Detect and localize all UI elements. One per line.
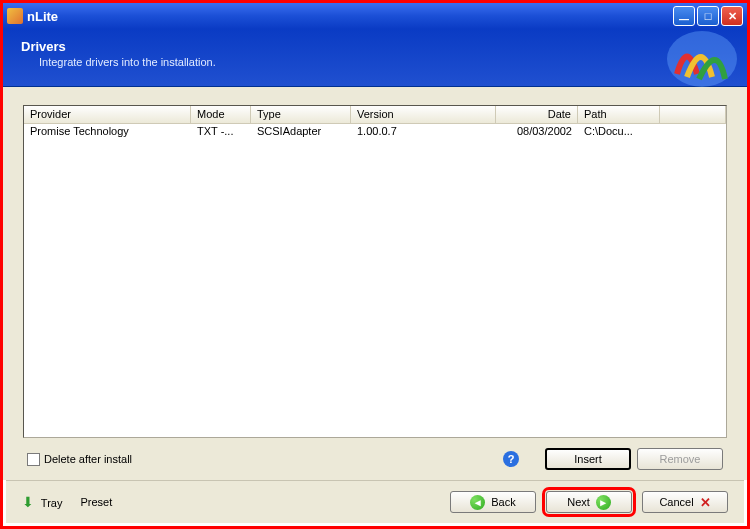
titlebar: nLite bbox=[3, 3, 747, 29]
next-button[interactable]: Next ► bbox=[546, 491, 632, 513]
help-icon[interactable]: ? bbox=[503, 451, 519, 467]
insert-button[interactable]: Insert bbox=[545, 448, 631, 470]
cell-provider: Promise Technology bbox=[24, 124, 191, 140]
checkbox-icon bbox=[27, 453, 40, 466]
table-row[interactable]: Promise Technology TXT -... SCSIAdapter … bbox=[24, 124, 726, 140]
next-label: Next bbox=[567, 496, 590, 508]
tray-label: Tray bbox=[41, 497, 63, 509]
col-spacer bbox=[660, 106, 726, 123]
close-button[interactable] bbox=[721, 6, 743, 26]
col-mode[interactable]: Mode bbox=[191, 106, 251, 123]
col-version[interactable]: Version bbox=[351, 106, 496, 123]
window-controls bbox=[673, 6, 743, 26]
content-area: Provider Mode Type Version Date Path Pro… bbox=[3, 87, 747, 480]
remove-button: Remove bbox=[637, 448, 723, 470]
tray-icon: ⬇ bbox=[22, 494, 34, 510]
delete-after-install-checkbox[interactable]: Delete after install bbox=[27, 453, 132, 466]
cell-version: 1.00.0.7 bbox=[351, 124, 496, 140]
page-subtitle: Integrate drivers into the installation. bbox=[39, 56, 729, 68]
col-date[interactable]: Date bbox=[496, 106, 578, 123]
preset-button[interactable]: Preset bbox=[80, 496, 112, 508]
col-provider[interactable]: Provider bbox=[24, 106, 191, 123]
header-band: Drivers Integrate drivers into the insta… bbox=[3, 29, 747, 87]
cell-type: SCSIAdapter bbox=[251, 124, 351, 140]
col-type[interactable]: Type bbox=[251, 106, 351, 123]
back-button[interactable]: ◄ Back bbox=[450, 491, 536, 513]
page-title: Drivers bbox=[21, 39, 729, 54]
next-arrow-icon: ► bbox=[596, 495, 611, 510]
app-icon bbox=[7, 8, 23, 24]
back-arrow-icon: ◄ bbox=[470, 495, 485, 510]
minimize-button[interactable] bbox=[673, 6, 695, 26]
cancel-button[interactable]: Cancel ✕ bbox=[642, 491, 728, 513]
back-label: Back bbox=[491, 496, 515, 508]
cell-mode: TXT -... bbox=[191, 124, 251, 140]
col-path[interactable]: Path bbox=[578, 106, 660, 123]
list-header: Provider Mode Type Version Date Path bbox=[24, 106, 726, 124]
list-controls: Delete after install ? Insert Remove bbox=[23, 438, 727, 472]
tray-button[interactable]: ⬇ Tray bbox=[22, 494, 62, 510]
maximize-button[interactable] bbox=[697, 6, 719, 26]
cell-path: C:\Docu... bbox=[578, 124, 660, 140]
footer-bar: ⬇ Tray Preset ◄ Back Next ► Cancel ✕ bbox=[6, 480, 744, 523]
cancel-x-icon: ✕ bbox=[700, 495, 711, 510]
driver-list[interactable]: Provider Mode Type Version Date Path Pro… bbox=[23, 105, 727, 438]
cancel-label: Cancel bbox=[659, 496, 693, 508]
window-title: nLite bbox=[27, 9, 58, 24]
cell-date: 08/03/2002 bbox=[496, 124, 578, 140]
delete-after-label: Delete after install bbox=[44, 453, 132, 465]
